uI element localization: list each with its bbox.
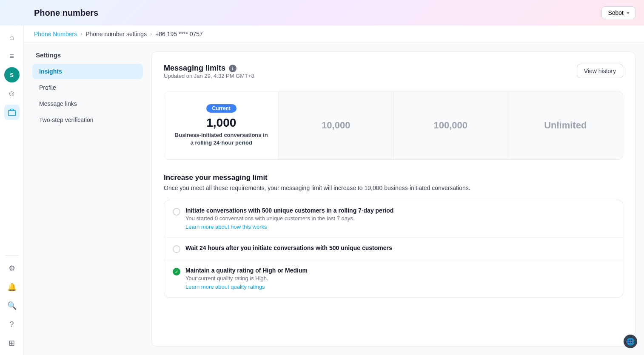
breadcrumb: Phone Numbers › Phone number settings › … xyxy=(24,26,644,43)
view-history-button[interactable]: View history xyxy=(577,64,623,78)
current-badge: Current xyxy=(206,104,237,113)
tier-label-10000: 10,000 xyxy=(322,120,350,131)
bell-icon[interactable]: 🔔 xyxy=(4,279,20,295)
requirements-box: Initiate conversations with 500 unique c… xyxy=(164,200,623,298)
breadcrumb-separator-2: › xyxy=(150,31,152,37)
user-dropdown[interactable]: Sobot ▾ xyxy=(601,6,635,19)
sidebar-item-message-links[interactable]: Message links xyxy=(32,96,143,111)
req-link-1[interactable]: Learn more about how this works xyxy=(185,224,267,230)
req-radio-1 xyxy=(173,208,180,216)
requirement-item-2: Wait 24 hours after you initiate convers… xyxy=(164,238,623,260)
globe-icon[interactable]: 🌐 xyxy=(624,335,637,348)
briefcase-icon[interactable] xyxy=(4,105,20,120)
breadcrumb-separator-1: › xyxy=(80,31,82,37)
sidebar-item-insights[interactable]: Insights xyxy=(32,64,143,79)
icon-sidebar: ⌂ ≡ S ☺ ⚙ 🔔 🔍 ? ⊞ xyxy=(0,26,24,355)
breadcrumb-phone-number-settings: Phone number settings xyxy=(85,31,147,37)
menu-icon[interactable]: ≡ xyxy=(4,48,20,64)
help-icon[interactable]: ? xyxy=(4,317,20,332)
search-icon[interactable]: 🔍 xyxy=(4,298,20,313)
tier-card-100000: 100,000 xyxy=(393,91,508,159)
tier-card-10000: 10,000 xyxy=(279,91,394,159)
tier-number-1000: 1,000 xyxy=(206,116,236,130)
req-subtitle-3: Your current quality rating is High. xyxy=(185,275,308,281)
req-title-3: Maintain a quality rating of High or Med… xyxy=(185,267,308,274)
settings-sidebar: Settings Insights Profile Message links … xyxy=(32,51,143,346)
tier-label-unlimited: Unlimited xyxy=(544,120,587,131)
user-name: Sobot xyxy=(608,9,624,16)
breadcrumb-phone-numbers[interactable]: Phone Numbers xyxy=(34,31,77,37)
breadcrumb-phone-number: +86 195 **** 0757 xyxy=(155,31,203,37)
increase-desc: Once you meet all these requirements, yo… xyxy=(164,185,623,191)
info-icon[interactable]: i xyxy=(229,65,237,72)
tier-cards: Current 1,000 Business-initiated convers… xyxy=(164,91,623,160)
grid-icon[interactable]: ⊞ xyxy=(4,335,20,351)
home-icon[interactable]: ⌂ xyxy=(4,30,20,45)
tier-card-unlimited: Unlimited xyxy=(508,91,623,159)
divider xyxy=(6,255,18,256)
avatar[interactable]: S xyxy=(4,67,20,82)
req-subtitle-1: You started 0 conversations with unique … xyxy=(185,215,393,222)
settings-title: Settings xyxy=(32,51,143,59)
tier-desc-1000: Business-initiated conversations ina rol… xyxy=(175,131,268,147)
req-link-3[interactable]: Learn more about quality ratings xyxy=(185,284,265,290)
req-title-1: Initiate conversations with 500 unique c… xyxy=(185,207,393,214)
page-title: Phone numbers xyxy=(34,8,98,18)
gear-icon[interactable]: ⚙ xyxy=(4,261,20,276)
dropdown-arrow-icon: ▾ xyxy=(627,11,629,15)
increase-title: Increase your messaging limit xyxy=(164,173,623,182)
section-title: Messaging limits xyxy=(164,64,225,73)
sidebar-item-two-step[interactable]: Two-step verification xyxy=(32,112,143,128)
tier-card-current: Current 1,000 Business-initiated convers… xyxy=(164,91,279,159)
requirement-item-1: Initiate conversations with 500 unique c… xyxy=(164,200,623,238)
face-icon[interactable]: ☺ xyxy=(4,86,20,101)
sidebar-item-profile[interactable]: Profile xyxy=(32,80,143,95)
tier-label-100000: 100,000 xyxy=(433,120,467,131)
updated-text: Updated on Jan 29, 4:32 PM GMT+8 xyxy=(164,73,254,79)
req-radio-2 xyxy=(173,245,180,253)
req-radio-3-checked: ✓ xyxy=(173,268,180,275)
svg-rect-0 xyxy=(8,111,15,116)
req-title-2: Wait 24 hours after you initiate convers… xyxy=(185,244,392,251)
requirement-item-3: ✓ Maintain a quality rating of High or M… xyxy=(164,260,623,297)
main-panel: Messaging limits i Updated on Jan 29, 4:… xyxy=(151,51,635,346)
increase-section: Increase your messaging limit Once you m… xyxy=(164,173,623,298)
